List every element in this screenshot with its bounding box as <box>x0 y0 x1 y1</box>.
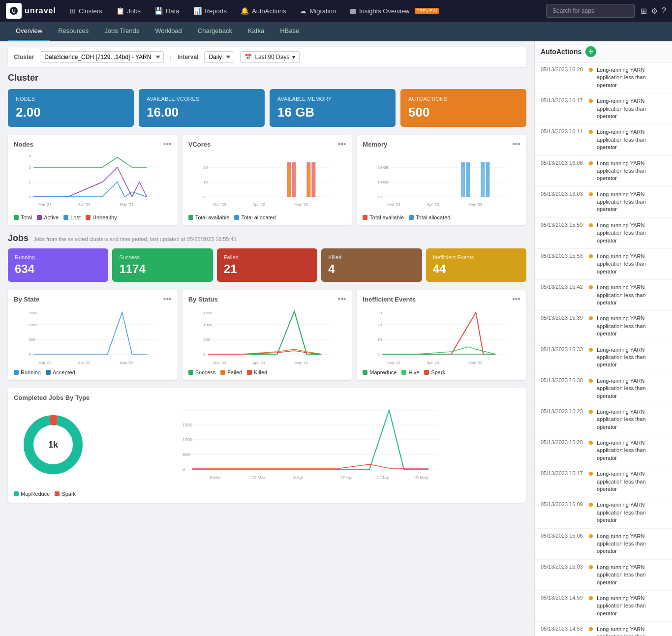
svg-text:May '23: May '23 <box>469 361 483 365</box>
nav-data[interactable]: 💾 Data <box>149 0 185 22</box>
nav-clusters[interactable]: ⊞ Clusters <box>64 0 108 22</box>
autoaction-text: Long-running YARN application less than … <box>597 346 666 369</box>
autoaction-item: 05/13/2023 15:09 Long-running YARN appli… <box>535 497 672 528</box>
legend-active: Active <box>37 214 59 220</box>
autoactions-list: 05/13/2023 16:20 Long-running YARN appli… <box>535 62 672 636</box>
by-state-menu[interactable]: ••• <box>163 295 172 303</box>
autoaction-dot <box>589 68 593 72</box>
completed-jobs-legend: MapReduce Spark <box>14 487 520 497</box>
legend-total: Total <box>14 214 32 220</box>
nav-migration[interactable]: ☁ Migration <box>294 0 341 22</box>
svg-text:Mar '23: Mar '23 <box>38 202 52 207</box>
cluster-controls-bar: Cluster DataScience_CDH [7129...14bd] - … <box>8 47 526 67</box>
cluster-charts-row: Nodes ••• 0 1 2 3 <box>8 135 526 225</box>
tab-kafka[interactable]: Kafka <box>240 22 272 41</box>
donut-center-label: 1k <box>48 440 58 450</box>
autoaction-text: Long-running YARN application less than … <box>597 128 666 151</box>
help-icon[interactable]: ? <box>662 6 666 15</box>
memory-value: 16 GB <box>277 105 388 120</box>
autoaction-dot <box>589 254 593 258</box>
nav-insights[interactable]: ▦ Insights Overview PREVIEW <box>344 0 445 22</box>
autoaction-dot <box>589 99 593 103</box>
autoaction-item: 05/13/2023 15:20 Long-running YARN appli… <box>535 435 672 466</box>
nodes-chart-menu[interactable]: ••• <box>163 140 172 149</box>
jobs-charts-row: By State ••• 0 500 1000 1500 Mar '23 <box>8 290 526 380</box>
nav-autoactions[interactable]: 🔔 AutoActions <box>235 0 292 22</box>
inefficient-events-chart-area: 0 10 20 30 Mar '23 Apr '23 May '23 <box>363 307 520 366</box>
autoaction-dot <box>589 410 593 414</box>
job-stat-cards: Running 634 Success 1174 Failed 21 Kille… <box>8 248 526 282</box>
tab-jobs-trends[interactable]: Jobs Trends <box>96 22 147 41</box>
autoaction-item: 05/13/2023 16:03 Long-running YARN appli… <box>535 187 672 218</box>
tab-chargeback[interactable]: Chargeback <box>190 22 240 41</box>
memory-chart-card: Memory ••• 0 B 10 GB 20 GB Mar '23 Apr <box>357 135 526 225</box>
autoaction-text: Long-running YARN application less than … <box>597 160 666 182</box>
autoaction-text: Long-running YARN application less than … <box>597 439 666 462</box>
success-card: Success 1174 <box>112 248 213 282</box>
autoaction-item: 05/13/2023 15:53 Long-running YARN appli… <box>535 249 672 280</box>
tab-workload[interactable]: Workload <box>147 22 190 41</box>
svg-text:0: 0 <box>203 195 206 199</box>
jobs-icon: 📋 <box>116 7 124 15</box>
cluster-section: Cluster Nodes 2.00 Available Vcores 16.0… <box>8 73 526 225</box>
svg-text:20 Mar: 20 Mar <box>251 475 265 480</box>
chevron-down-icon: ▾ <box>292 54 295 61</box>
autoaction-dot <box>589 348 593 352</box>
by-status-menu[interactable]: ••• <box>338 295 346 303</box>
search-input[interactable] <box>546 4 635 18</box>
autoaction-dot <box>589 223 593 227</box>
autoactions-panel-header: AutoActions + <box>535 41 672 62</box>
svg-text:0: 0 <box>378 352 380 357</box>
interval-label: Interval <box>178 54 199 61</box>
success-label: Success <box>119 254 206 260</box>
vcores-chart-menu[interactable]: ••• <box>338 140 346 149</box>
autoaction-text: Long-running YARN application less than … <box>597 470 666 493</box>
autoaction-time: 05/13/2023 16:17 <box>541 97 585 103</box>
logo[interactable]: U unravel <box>6 3 56 19</box>
svg-text:May '23: May '23 <box>120 361 133 365</box>
autoaction-time: 05/13/2023 15:03 <box>541 564 585 570</box>
autoaction-dot <box>589 285 593 289</box>
memory-chart-menu[interactable]: ••• <box>512 140 520 149</box>
inefficient-events-menu[interactable]: ••• <box>512 295 520 303</box>
legend-lost: Lost <box>63 214 81 220</box>
legend-spark: Spark <box>424 369 445 375</box>
cluster-select[interactable]: DataScience_CDH [7129...14bd] - YARN <box>40 51 164 63</box>
svg-text:15 May: 15 May <box>414 475 428 480</box>
by-status-chart-card: By Status ••• 0 500 1000 1500 Mar '23 <box>183 290 352 380</box>
autoaction-text: Long-running YARN application less than … <box>597 191 666 213</box>
inefficient-events-legend: Mapreduce Hive Spark <box>363 369 520 375</box>
svg-text:May '23: May '23 <box>469 202 483 207</box>
success-value: 1174 <box>119 262 206 276</box>
autoaction-item: 05/13/2023 15:59 Long-running YARN appli… <box>535 218 672 249</box>
legend-memory-total: Total available <box>363 214 404 220</box>
legend-failed: Failed <box>220 369 242 375</box>
grid-icon[interactable]: ⊞ <box>641 6 647 16</box>
svg-text:1500: 1500 <box>203 311 212 315</box>
autoaction-item: 05/13/2023 14:59 Long-running YARN appli… <box>535 591 672 622</box>
settings-icon[interactable]: ⚙ <box>651 6 658 16</box>
memory-chart-area: 0 B 10 GB 20 GB Mar '23 Apr '23 May '23 <box>363 152 520 212</box>
tab-overview[interactable]: Overview <box>8 22 50 41</box>
donut-chart: 1k <box>14 405 92 484</box>
tab-resources[interactable]: Resources <box>50 22 96 41</box>
interval-select[interactable]: Daily <box>204 51 234 63</box>
add-autoaction-button[interactable]: + <box>585 46 596 57</box>
date-range-picker[interactable]: 📅 Last 90 Days ▾ <box>240 51 300 63</box>
nav-reports[interactable]: 📊 Reports <box>187 0 233 22</box>
tab-hbase[interactable]: HBase <box>272 22 307 41</box>
svg-text:U: U <box>12 8 15 14</box>
nav-jobs[interactable]: 📋 Jobs <box>110 0 147 22</box>
memory-chart-legend: Total available Total allocated <box>363 214 520 220</box>
preview-badge: PREVIEW <box>415 8 439 14</box>
autoactions-icon: 🔔 <box>241 7 249 15</box>
cluster-stat-cards: Nodes 2.00 Available Vcores 16.00 Availa… <box>8 89 526 127</box>
completed-jobs-line-chart: 0 500 1000 1500 6 Mar 20 Mar 3 Apr 17 Ap… <box>100 405 520 484</box>
autoaction-item: 05/13/2023 15:42 Long-running YARN appli… <box>535 280 672 311</box>
svg-text:3: 3 <box>29 154 31 158</box>
svg-text:Mar '23: Mar '23 <box>388 202 401 207</box>
autoaction-text: Long-running YARN application less than … <box>597 533 666 555</box>
autoaction-item: 05/13/2023 14:53 Long-running YARN appli… <box>535 622 672 636</box>
nodes-chart-legend: Total Active Lost Unhealthy <box>14 214 172 220</box>
autoaction-time: 05/13/2023 16:20 <box>541 66 585 72</box>
